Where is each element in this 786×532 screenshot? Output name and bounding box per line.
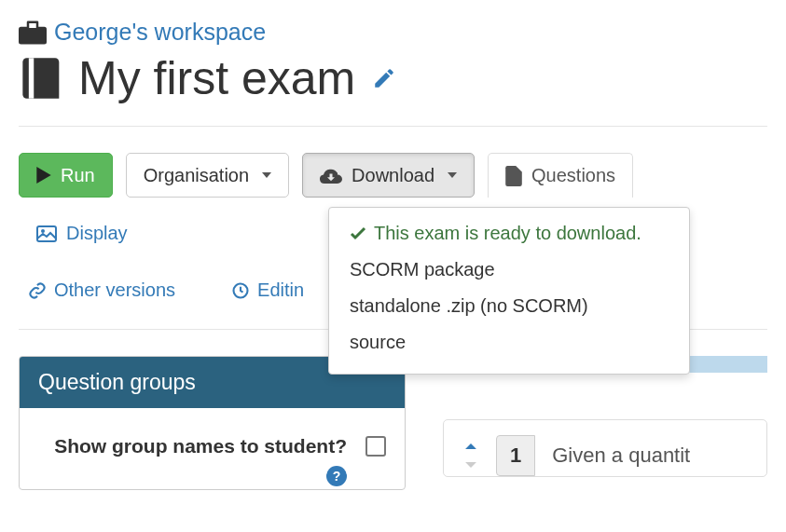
- editing-history-label: Editin: [257, 280, 304, 301]
- show-group-names-label: Show group names to student? ?: [38, 432, 347, 489]
- cloud-download-icon: [320, 166, 342, 184]
- tab-display[interactable]: Display: [19, 211, 145, 255]
- download-ready-status: This exam is ready to download.: [329, 217, 689, 252]
- briefcase-icon: [19, 20, 47, 45]
- caret-down-icon: [262, 172, 271, 178]
- organisation-dropdown[interactable]: Organisation: [126, 153, 289, 198]
- download-ready-text: This exam is ready to download.: [374, 223, 641, 244]
- toolbar: Run Organisation Download Questions Disp…: [19, 153, 767, 255]
- svg-rect-4: [37, 226, 56, 241]
- download-menu: This exam is ready to download. SCORM pa…: [328, 207, 690, 375]
- picture-icon: [36, 225, 57, 243]
- clock-icon: [231, 281, 250, 300]
- show-group-names-text: Show group names to student?: [54, 435, 347, 457]
- check-icon: [350, 226, 366, 241]
- exam-title: My first exam: [19, 51, 355, 105]
- workspace-link[interactable]: George's workspace: [54, 19, 266, 46]
- separator: [19, 126, 767, 127]
- tab-questions[interactable]: Questions: [488, 153, 633, 198]
- exam-title-row: My first exam: [19, 51, 767, 105]
- organisation-label: Organisation: [144, 163, 249, 187]
- book-icon: [19, 53, 67, 103]
- help-icon[interactable]: ?: [326, 466, 347, 486]
- question-text[interactable]: Given a quantit: [552, 443, 690, 468]
- run-label: Run: [61, 163, 95, 187]
- play-icon: [36, 167, 51, 184]
- svg-rect-3: [29, 58, 34, 98]
- reorder-icon[interactable]: [462, 443, 479, 468]
- pencil-icon[interactable]: [372, 66, 396, 90]
- run-button[interactable]: Run: [19, 153, 113, 198]
- svg-rect-2: [29, 23, 36, 28]
- show-group-names-checkbox[interactable]: [365, 436, 386, 457]
- other-versions-label: Other versions: [54, 280, 175, 301]
- file-icon: [505, 166, 522, 186]
- editing-history-link[interactable]: Editin: [222, 276, 313, 305]
- panel-body: Show group names to student? ?: [20, 408, 405, 489]
- download-item-zip[interactable]: standalone .zip (no SCORM): [329, 288, 689, 324]
- question-row: 1 Given a quantit: [443, 419, 767, 477]
- exam-title-text: My first exam: [78, 51, 355, 105]
- download-item-scorm[interactable]: SCORM package: [329, 252, 689, 288]
- workspace-breadcrumb: George's workspace: [19, 19, 767, 46]
- download-item-source[interactable]: source: [329, 324, 689, 361]
- svg-rect-0: [19, 26, 47, 44]
- link-icon: [28, 281, 47, 300]
- tab-display-label: Display: [66, 223, 128, 244]
- lower-columns: Question groups Show group names to stud…: [19, 356, 767, 490]
- download-label: Download: [352, 163, 434, 187]
- download-dropdown[interactable]: Download: [302, 153, 475, 198]
- question-groups-panel: Question groups Show group names to stud…: [19, 356, 406, 490]
- question-number: 1: [496, 435, 535, 476]
- other-versions-link[interactable]: Other versions: [19, 276, 185, 305]
- caret-down-icon: [448, 172, 457, 178]
- tab-questions-label: Questions: [531, 165, 615, 186]
- svg-point-5: [41, 229, 45, 233]
